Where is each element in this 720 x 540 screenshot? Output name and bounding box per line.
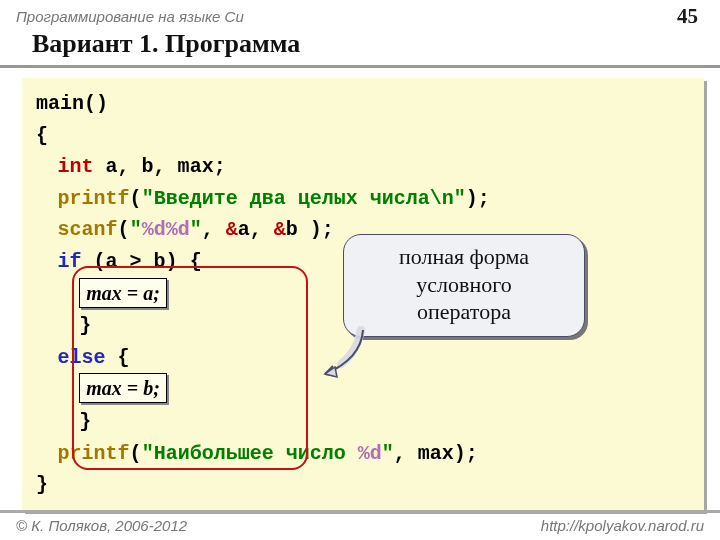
keyword-int: int [58, 155, 94, 178]
keyword-if: if [58, 250, 82, 273]
code-text: a, [238, 218, 274, 241]
code-text: ( [118, 218, 130, 241]
ampersand: & [226, 218, 238, 241]
header: Программирование на языке Си 45 [0, 0, 720, 29]
code-line: { [36, 120, 690, 152]
code-line: } [36, 406, 690, 438]
code-text: " [382, 442, 394, 465]
code-text: b ); [286, 218, 334, 241]
footer-url: http://kpolyakov.narod.ru [541, 517, 704, 534]
code-line: } [36, 469, 690, 501]
format-spec: %d [358, 442, 382, 465]
code-text: , max); [394, 442, 478, 465]
func-printf: printf [58, 187, 130, 210]
code-text: " [190, 218, 202, 241]
code-line: printf("Наибольшее число %d", max); [36, 438, 690, 470]
ampersand: & [274, 218, 286, 241]
code-text: ( [130, 442, 142, 465]
format-spec: %d [166, 218, 190, 241]
code-text: " [142, 442, 154, 465]
code-text: a, b, max; [94, 155, 226, 178]
assign-box-b: max = b; [79, 373, 167, 403]
code-text: ); [466, 187, 490, 210]
format-spec: %d [142, 218, 166, 241]
func-printf: printf [58, 442, 130, 465]
course-label: Программирование на языке Си [16, 8, 244, 25]
callout-text: полная форма условного оператора [399, 244, 529, 324]
slide-title: Вариант 1. Программа [0, 29, 720, 68]
code-line: int a, b, max; [36, 151, 690, 183]
page-number: 45 [677, 4, 698, 29]
code-line: else { [36, 342, 690, 374]
keyword-else: else [58, 346, 106, 369]
callout-bubble: полная форма условного оператора [343, 234, 585, 337]
code-line: max = b; [36, 373, 690, 406]
code-line: main() [36, 88, 690, 120]
string-literal: Наибольшее число [154, 442, 358, 465]
code-text: ( [130, 187, 142, 210]
assign-box-a: max = a; [79, 278, 167, 308]
code-line: printf("Введите два целых числа\n"); [36, 183, 690, 215]
string-literal: "Введите два целых числа\n" [142, 187, 466, 210]
code-text: , [202, 218, 226, 241]
code-text: (a > b) { [82, 250, 202, 273]
code-text: { [106, 346, 130, 369]
func-scanf: scanf [58, 218, 118, 241]
copyright: © К. Поляков, 2006-2012 [16, 517, 187, 534]
footer: © К. Поляков, 2006-2012 http://kpolyakov… [0, 510, 720, 540]
code-text: " [130, 218, 142, 241]
